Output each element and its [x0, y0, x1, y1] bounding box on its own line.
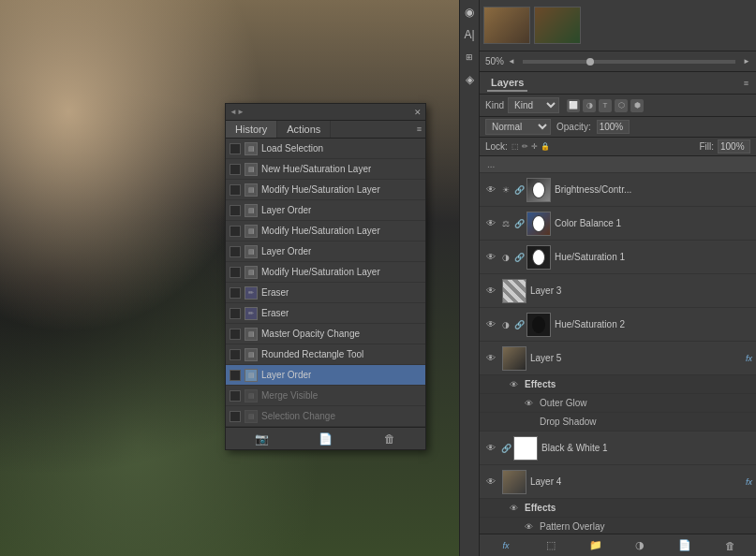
new-group-button[interactable]: 📁 — [587, 537, 604, 554]
layer-row-brightness[interactable]: 👁 ☀ 🔗 Brightness/Contr... — [480, 173, 756, 207]
tab-actions[interactable]: Actions — [277, 121, 331, 138]
history-item-7[interactable]: ✏ Eraser — [226, 283, 425, 303]
zoom-slider[interactable] — [523, 60, 735, 64]
history-item-2[interactable]: ▤ Modify Hue/Saturation Layer — [226, 180, 425, 200]
layer-eye-brightness[interactable]: 👁 — [483, 184, 498, 195]
history-item-4[interactable]: ▤ Modify Hue/Saturation Layer — [226, 221, 425, 241]
history-checkbox-7[interactable] — [230, 287, 241, 299]
zoom-left-arrow[interactable]: ◄ — [508, 57, 515, 66]
history-close-button[interactable]: ✕ — [414, 108, 422, 117]
new-adjust-button[interactable]: ◑ — [631, 537, 648, 554]
history-new-button[interactable]: 📄 — [317, 431, 334, 447]
history-delete-button[interactable]: 🗑 — [381, 431, 398, 447]
zoom-right-arrow[interactable]: ► — [743, 57, 750, 66]
layer5-outerglow-eye[interactable]: 👁 — [521, 399, 536, 408]
lock-draw-icon[interactable]: ✏ — [522, 142, 528, 151]
layer4-patternoverlay-eye[interactable]: 👁 — [521, 522, 536, 532]
history-checkbox-0[interactable] — [230, 143, 241, 154]
layer-eye-layer3[interactable]: 👁 — [483, 285, 498, 296]
kind-label: Kind — [485, 100, 504, 110]
layer-row-layer5[interactable]: 👁 Layer 5 fx — [480, 342, 756, 375]
history-item-0[interactable]: ▤ Load Selection — [226, 139, 425, 159]
tool-icon-3[interactable]: ⊞ — [461, 49, 478, 66]
history-item-6[interactable]: ▤ Modify Hue/Saturation Layer — [226, 262, 425, 283]
kind-select[interactable]: Kind Name Effect — [508, 97, 559, 113]
layer-row-blackwhite[interactable]: 👁 🔗 Black & White 1 — [480, 432, 756, 465]
tab-layers[interactable]: Layers — [487, 75, 527, 92]
history-item-3[interactable]: ▤ Layer Order — [226, 200, 425, 221]
layer-row-layer4[interactable]: 👁 Layer 4 fx — [480, 465, 756, 499]
filter-smart-icon[interactable]: ⬢ — [630, 99, 644, 112]
group-name-text: ... — [487, 159, 495, 169]
history-checkbox-5[interactable] — [230, 246, 241, 257]
layer-eye-huesat1[interactable]: 👁 — [483, 252, 498, 262]
history-item-12[interactable]: ▤ Merge Visible — [226, 386, 425, 406]
fill-input[interactable] — [718, 139, 750, 154]
layer-row-huesat2[interactable]: 👁 ◑ 🔗 Hue/Saturation 2 — [480, 308, 756, 342]
history-checkbox-11[interactable] — [230, 370, 241, 381]
layer-thumb-brightness — [526, 178, 551, 202]
history-checkbox-4[interactable] — [230, 226, 241, 237]
lock-all-icon[interactable]: 🔒 — [541, 142, 550, 151]
layer4-patternoverlay-row[interactable]: 👁 Pattern Overlay — [480, 518, 756, 534]
history-menu-icon[interactable]: ≡ — [417, 124, 422, 134]
layer4-effects-eye[interactable]: 👁 — [506, 504, 521, 513]
lock-pixel-icon[interactable]: ⬚ — [511, 142, 519, 151]
layer-eye-blackwhite[interactable]: 👁 — [483, 443, 498, 453]
new-layer-button[interactable]: 📄 — [676, 537, 693, 554]
mini-thumb-2[interactable] — [534, 7, 581, 44]
history-label-4: Modify Hue/Saturation Layer — [261, 226, 380, 236]
history-label-9: Master Opacity Change — [261, 329, 360, 339]
history-drag-handle[interactable]: ◄► — [230, 108, 245, 116]
delete-layer-button[interactable]: 🗑 — [721, 537, 738, 554]
tool-icon-2[interactable]: A| — [461, 26, 478, 43]
layer-row-layer3[interactable]: 👁 Layer 3 — [480, 274, 756, 308]
history-snapshot-button[interactable]: 📷 — [253, 431, 270, 447]
layer-eye-layer4[interactable]: 👁 — [483, 476, 498, 487]
layer5-effects-eye[interactable]: 👁 — [506, 380, 521, 389]
layer-name-blackwhite: Black & White 1 — [541, 443, 752, 453]
layer-eye-layer5[interactable]: 👁 — [483, 353, 498, 363]
lock-move-icon[interactable]: ✛ — [531, 142, 538, 151]
history-checkbox-13[interactable] — [230, 411, 241, 422]
history-item-5[interactable]: ▤ Layer Order — [226, 241, 425, 262]
tool-icon-4[interactable]: ◈ — [461, 71, 478, 88]
mini-thumb-1[interactable] — [483, 7, 530, 44]
filter-pixel-icon[interactable]: ⬜ — [567, 99, 580, 112]
layers-list[interactable]: 👁 ☀ 🔗 Brightness/Contr... 👁 ⚖ 🔗 — [480, 173, 756, 534]
layer5-dropshadow-label: Drop Shadow — [540, 417, 597, 427]
filter-adjust-icon[interactable]: ◑ — [583, 99, 596, 112]
layer-row-huesat1[interactable]: 👁 ◑ 🔗 Hue/Saturation 1 — [480, 241, 756, 274]
history-item-11[interactable]: ▤ Layer Order — [226, 365, 425, 386]
history-checkbox-3[interactable] — [230, 205, 241, 216]
history-checkbox-2[interactable] — [230, 184, 241, 196]
filter-path-icon[interactable]: ⬡ — [615, 99, 628, 112]
history-item-1[interactable]: ▤ New Hue/Saturation Layer — [226, 159, 425, 180]
history-item-10[interactable]: ▤ Rounded Rectangle Tool — [226, 344, 425, 365]
add-fx-button[interactable]: fx — [497, 537, 514, 554]
history-checkbox-1[interactable] — [230, 164, 241, 175]
layer5-dropshadow-row[interactable]: Drop Shadow — [480, 413, 756, 432]
add-mask-button[interactable]: ⬚ — [542, 537, 559, 554]
layer-eye-huesat2[interactable]: 👁 — [483, 319, 498, 329]
history-list[interactable]: ▤ Load Selection ▤ New Hue/Saturation La… — [226, 139, 425, 427]
tab-history[interactable]: History — [226, 121, 277, 138]
history-item-8[interactable]: ✏ Eraser — [226, 303, 425, 324]
layer-name-brightness: Brightness/Contr... — [555, 184, 752, 195]
history-checkbox-6[interactable] — [230, 267, 241, 278]
layer-eye-colorbalance[interactable]: 👁 — [483, 218, 498, 228]
history-checkbox-8[interactable] — [230, 308, 241, 319]
opacity-input[interactable]: 100% — [597, 120, 630, 134]
history-checkbox-12[interactable] — [230, 390, 241, 402]
layer5-outerglow-row[interactable]: 👁 Outer Glow — [480, 394, 756, 413]
layer-row-colorbalance[interactable]: 👁 ⚖ 🔗 Color Balance 1 — [480, 207, 756, 241]
history-item-13[interactable]: ▤ Selection Change — [226, 406, 425, 427]
tool-icon-1[interactable]: ◉ — [461, 4, 478, 21]
filter-text-icon[interactable]: T — [599, 99, 612, 112]
panel-menu-icon[interactable]: ≡ — [744, 79, 749, 88]
filter-icons: ⬜ ◑ T ⬡ ⬢ — [567, 99, 644, 112]
history-item-9[interactable]: ▤ Master Opacity Change — [226, 324, 425, 344]
history-checkbox-10[interactable] — [230, 349, 241, 360]
blend-mode-select[interactable]: Normal Multiply Screen — [485, 119, 551, 135]
history-checkbox-9[interactable] — [230, 329, 241, 340]
